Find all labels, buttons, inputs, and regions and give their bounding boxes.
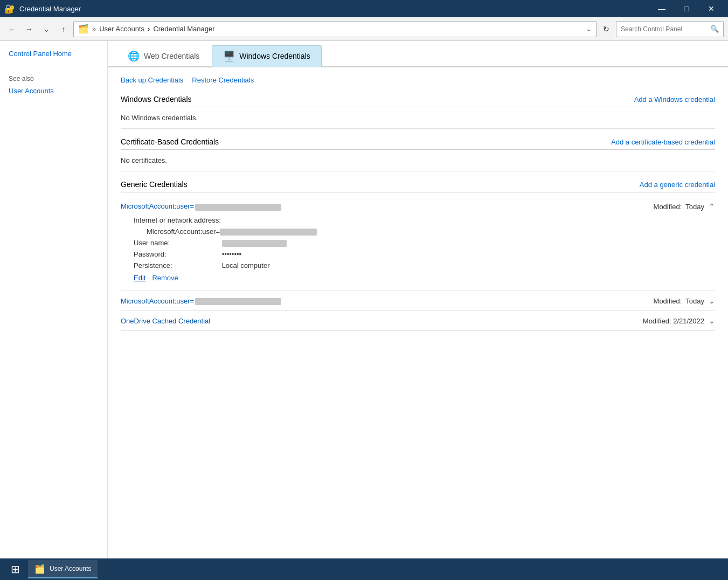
taskbar-app-icon: 🗂️ [34, 564, 45, 574]
credential-1-internet-row: Internet or network address: [134, 216, 715, 224]
credential-1-persistence-value: Local computer [222, 261, 270, 270]
generic-credentials-header: Generic Credentials Add a generic creden… [121, 180, 715, 192]
credential-1-chevron-up-icon[interactable]: ⌃ [709, 202, 715, 211]
start-button[interactable]: ⊞ [4, 561, 26, 578]
windows-credentials-label: Windows Credentials [239, 52, 310, 60]
credential-1-edit-button[interactable]: Edit [134, 274, 145, 282]
addressbar: ← → ⌄ ↑ 🗂️ » User Accounts › Credential … [0, 17, 728, 41]
search-input[interactable] [621, 25, 707, 33]
maximize-button[interactable]: □ [674, 0, 699, 17]
generic-credentials-title: Generic Credentials [121, 180, 188, 189]
refresh-button[interactable]: ↻ [599, 22, 614, 37]
cert-credentials-section: Certificate-Based Credentials Add a cert… [121, 137, 715, 171]
sidebar-see-also-title: See also [9, 75, 99, 82]
links-row: Back up Credentials Restore Credentials [121, 76, 715, 84]
credential-3-chevron-down-icon[interactable]: ⌄ [709, 316, 715, 325]
credential-row-2: MicrosoftAccount:user= Modified: Today ⌄ [121, 291, 715, 311]
content-scroll: Back up Credentials Restore Credentials … [108, 67, 728, 580]
credential-2-modified: Modified: Today [654, 297, 704, 305]
up-button[interactable]: ↑ [56, 22, 71, 37]
backup-credentials-link[interactable]: Back up Credentials [121, 76, 183, 84]
credential-1-username-label: User name: [134, 239, 220, 247]
taskbar-app-label: User Accounts [50, 565, 91, 572]
credential-1-password-value: •••••••• [222, 250, 241, 258]
credential-1-internet-redacted [220, 229, 317, 236]
credential-1-meta: Modified: Today ⌃ [654, 202, 715, 211]
credential-2-meta: Modified: Today ⌄ [654, 296, 715, 305]
taskbar: ⊞ 🗂️ User Accounts [0, 558, 728, 580]
sidebar-see-also: See also User Accounts [9, 75, 99, 95]
credential-1-persistence-row: Persistence: Local computer [134, 261, 715, 270]
breadcrumb-root[interactable]: User Accounts [99, 25, 144, 33]
credential-1-username-row: User name: [134, 239, 715, 247]
credential-1-details: Internet or network address: MicrosoftAc… [121, 212, 715, 286]
credential-3-modified: Modified: 2/21/2022 [643, 317, 704, 325]
credential-1-internet-prefix: MicrosoftAccount:user= [147, 227, 220, 236]
add-windows-credential-link[interactable]: Add a Windows credential [634, 95, 715, 103]
credential-row-3: OneDrive Cached Credential Modified: 2/2… [121, 311, 715, 331]
tab-web-credentials[interactable]: 🌐 Web Credentials [116, 45, 211, 66]
minimize-button[interactable]: — [649, 0, 674, 17]
windows-credentials-empty: No Windows credentials. [121, 112, 715, 129]
credential-3-header[interactable]: OneDrive Cached Credential Modified: 2/2… [121, 315, 715, 326]
credential-1-modified: Modified: Today [654, 203, 704, 211]
credential-1-internet-value-row: MicrosoftAccount:user= [134, 227, 715, 236]
breadcrumb-current: Credential Manager [153, 25, 214, 33]
credential-1-actions: Edit Remove [134, 274, 715, 282]
credential-2-name-prefix: MicrosoftAccount:user= [121, 297, 194, 305]
cert-credentials-title: Certificate-Based Credentials [121, 137, 219, 146]
dropdown-button[interactable]: ⌄ [39, 22, 54, 37]
credential-2-name: MicrosoftAccount:user= [121, 297, 281, 305]
add-generic-credential-link[interactable]: Add a generic credential [640, 181, 715, 189]
cert-credentials-header: Certificate-Based Credentials Add a cert… [121, 137, 715, 150]
tab-bar: 🌐 Web Credentials 🖥️ Windows Credentials [108, 41, 728, 67]
search-icon: 🔍 [710, 25, 719, 33]
credential-2-name-redacted [195, 298, 281, 305]
main-layout: Control Panel Home See also User Account… [0, 41, 728, 580]
breadcrumb-separator: » [92, 25, 96, 33]
credential-1-name-redacted [195, 204, 281, 211]
titlebar: 🔐 Credential Manager — □ ✕ [0, 0, 728, 17]
forward-button[interactable]: → [22, 22, 37, 37]
credential-1-remove-button[interactable]: Remove [152, 274, 178, 282]
add-cert-credential-link[interactable]: Add a certificate-based credential [611, 138, 715, 146]
generic-credentials-section: Generic Credentials Add a generic creden… [121, 180, 715, 331]
app-icon: 🔐 [4, 4, 15, 14]
credential-2-chevron-down-icon[interactable]: ⌄ [709, 296, 715, 305]
credential-1-name: MicrosoftAccount:user= [121, 202, 281, 210]
credential-1-internet-label: Internet or network address: [134, 216, 221, 224]
breadcrumb-arrow: › [148, 25, 150, 33]
credential-1-username-redacted [222, 240, 287, 247]
web-credentials-label: Web Credentials [144, 52, 199, 60]
credential-1-header[interactable]: MicrosoftAccount:user= Modified: Today ⌃ [121, 201, 715, 212]
close-button[interactable]: ✕ [699, 0, 724, 17]
credential-1-password-label: Password: [134, 250, 220, 258]
sidebar: Control Panel Home See also User Account… [0, 41, 108, 580]
back-button[interactable]: ← [4, 22, 19, 37]
taskbar-credential-manager[interactable]: 🗂️ User Accounts [28, 560, 98, 578]
sidebar-control-panel-home[interactable]: Control Panel Home [9, 50, 99, 58]
windows-credentials-header: Windows Credentials Add a Windows creden… [121, 95, 715, 107]
breadcrumb: User Accounts › Credential Manager [99, 25, 583, 33]
credential-1-persistence-label: Persistence: [134, 261, 220, 270]
credential-row-1: MicrosoftAccount:user= Modified: Today ⌃… [121, 197, 715, 291]
address-box[interactable]: 🗂️ » User Accounts › Credential Manager … [73, 21, 597, 37]
address-dropdown-icon[interactable]: ⌄ [586, 25, 592, 33]
credential-2-header[interactable]: MicrosoftAccount:user= Modified: Today ⌄ [121, 295, 715, 306]
credential-1-name-prefix: MicrosoftAccount:user= [121, 202, 194, 210]
window-controls: — □ ✕ [649, 0, 724, 17]
content-area: 🌐 Web Credentials 🖥️ Windows Credentials… [108, 41, 728, 580]
windows-credentials-title: Windows Credentials [121, 95, 192, 103]
web-credentials-icon: 🌐 [128, 50, 140, 62]
restore-credentials-link[interactable]: Restore Credentials [192, 76, 254, 84]
cert-credentials-empty: No certificates. [121, 154, 715, 171]
tab-windows-credentials[interactable]: 🖥️ Windows Credentials [212, 45, 322, 67]
credential-1-password-row: Password: •••••••• [134, 250, 715, 258]
window-title: Credential Manager [19, 5, 649, 13]
search-box[interactable]: 🔍 [616, 21, 724, 37]
address-icon: 🗂️ [78, 24, 89, 34]
credential-3-meta: Modified: 2/21/2022 ⌄ [643, 316, 715, 325]
sidebar-item-user-accounts[interactable]: User Accounts [9, 87, 99, 95]
windows-credentials-section: Windows Credentials Add a Windows creden… [121, 95, 715, 129]
credential-3-name-text: OneDrive Cached Credential [121, 317, 210, 325]
